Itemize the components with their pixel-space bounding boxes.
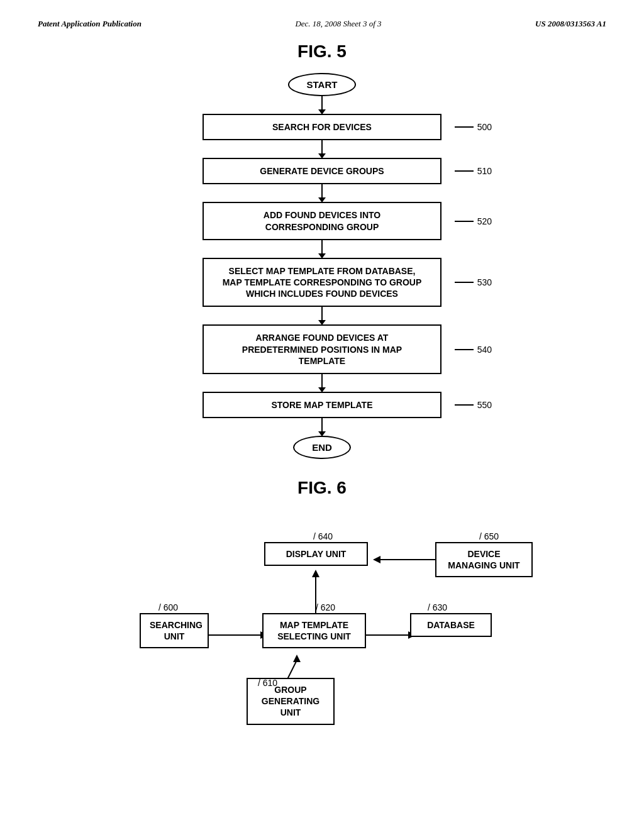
step-550-label: 550 (455, 400, 492, 410)
header-left: Patent Application Publication (38, 19, 142, 29)
arrow-3 (321, 184, 323, 202)
device-managing-unit-block: DEVICEMANAGING UNIT (435, 542, 533, 577)
fig5-flowchart: START SEARCH FOR DEVICES 500 GENERATE DE… (38, 73, 606, 459)
start-node-row: START (288, 73, 357, 96)
label-640: / 640 (313, 531, 333, 541)
step-520-label: 520 (455, 216, 492, 226)
step-520-row: ADD FOUND DEVICES INTOCORRESPONDING GROU… (203, 202, 441, 240)
step-540-row: ARRANGE FOUND DEVICES ATPREDETERMINED PO… (203, 324, 441, 374)
display-unit-block: DISPLAY UNIT (264, 542, 368, 566)
end-oval: END (293, 436, 351, 459)
label-600: / 600 (158, 602, 178, 612)
arrow-7 (321, 418, 323, 436)
step-520-box: ADD FOUND DEVICES INTOCORRESPONDING GROU… (203, 202, 441, 240)
page-header: Patent Application Publication Dec. 18, … (38, 19, 606, 29)
step-530-label: 530 (455, 277, 492, 287)
step-530-row: SELECT MAP TEMPLATE FROM DATABASE,MAP TE… (203, 258, 441, 307)
arrow-6 (321, 374, 323, 392)
label-610: / 610 (258, 678, 277, 688)
map-template-selecting-unit-block: MAP TEMPLATESELECTING UNIT (262, 613, 366, 648)
step-550-box: STORE MAP TEMPLATE (203, 392, 441, 418)
step-500-label: 500 (455, 122, 492, 132)
step-500-box: SEARCH FOR DEVICES (203, 114, 441, 140)
arrow-2 (321, 140, 323, 158)
fig6-diagram: DISPLAY UNIT / 640 DEVICEMANAGING UNIT /… (102, 509, 542, 723)
svg-marker-3 (373, 556, 380, 563)
step-540-box: ARRANGE FOUND DEVICES ATPREDETERMINED PO… (203, 324, 441, 374)
arrow-5 (321, 307, 323, 324)
fig6-title: FIG. 6 (38, 478, 606, 498)
step-530-box: SELECT MAP TEMPLATE FROM DATABASE,MAP TE… (203, 258, 441, 307)
label-620: / 620 (316, 602, 335, 612)
step-550-row: STORE MAP TEMPLATE 550 (203, 392, 441, 418)
step-510-label: 510 (455, 166, 492, 176)
label-650: / 650 (479, 531, 499, 541)
fig5-title: FIG. 5 (38, 42, 606, 62)
arrow-4 (321, 240, 323, 258)
step-540-label: 540 (455, 345, 492, 355)
step-510-row: GENERATE DEVICE GROUPS 510 (203, 158, 441, 184)
header-right: US 2008/0313563 A1 (535, 19, 606, 29)
start-oval: START (288, 73, 357, 96)
label-630: / 630 (428, 602, 447, 612)
header-center: Dec. 18, 2008 Sheet 3 of 3 (295, 19, 381, 29)
step-500-row: SEARCH FOR DEVICES 500 (203, 114, 441, 140)
searching-unit-block: SEARCHINGUNIT (140, 613, 209, 648)
step-510-box: GENERATE DEVICE GROUPS (203, 158, 441, 184)
svg-marker-9 (293, 655, 301, 662)
end-node-row: END (293, 436, 351, 459)
database-block: DATABASE (410, 613, 492, 637)
arrow-1 (321, 96, 323, 114)
svg-marker-1 (312, 570, 319, 577)
